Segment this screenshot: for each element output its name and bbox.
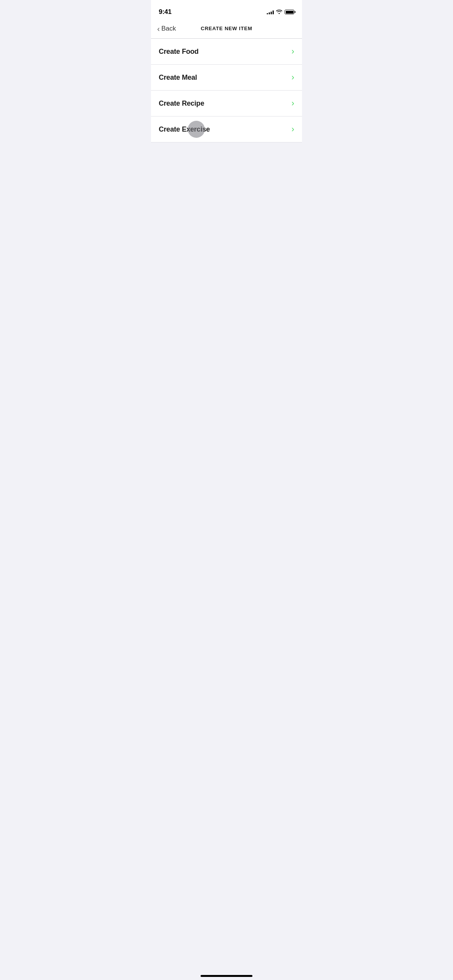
status-icons	[267, 9, 294, 15]
create-meal-label: Create Meal	[159, 74, 197, 82]
page-title: CREATE NEW ITEM	[201, 26, 252, 31]
status-time: 9:41	[159, 8, 172, 16]
chevron-right-icon: ›	[292, 99, 294, 108]
chevron-right-icon: ›	[292, 73, 294, 82]
create-meal-item[interactable]: Create Meal ›	[151, 65, 302, 91]
status-bar: 9:41	[151, 0, 302, 19]
wifi-icon	[276, 9, 282, 15]
create-food-label: Create Food	[159, 48, 199, 56]
back-chevron-icon: ‹	[157, 25, 160, 33]
create-exercise-label: Create Exercise	[159, 125, 210, 134]
create-exercise-item[interactable]: Create Exercise ›	[151, 117, 302, 142]
create-recipe-item[interactable]: Create Recipe ›	[151, 91, 302, 117]
create-recipe-label: Create Recipe	[159, 99, 204, 108]
navigation-bar: ‹ Back CREATE NEW ITEM	[151, 19, 302, 39]
menu-list: Create Food › Create Meal › Create Recip…	[151, 39, 302, 142]
back-label: Back	[161, 25, 176, 33]
chevron-right-icon: ›	[292, 47, 294, 56]
chevron-right-icon: ›	[292, 125, 294, 134]
back-button[interactable]: ‹ Back	[157, 25, 176, 33]
battery-icon	[285, 10, 294, 14]
signal-icon	[267, 10, 274, 14]
page-container: 9:41 ‹	[151, 0, 302, 327]
empty-background	[151, 142, 302, 327]
create-food-item[interactable]: Create Food ›	[151, 39, 302, 65]
